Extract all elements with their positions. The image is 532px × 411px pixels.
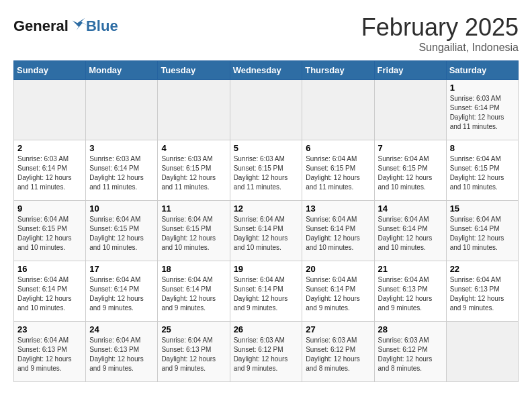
weekday-header-thursday: Thursday	[302, 61, 374, 80]
day-info: Sunrise: 6:04 AM Sunset: 6:13 PM Dayligh…	[89, 336, 154, 373]
calendar-cell: 14Sunrise: 6:04 AM Sunset: 6:14 PM Dayli…	[374, 201, 446, 261]
calendar-cell	[230, 80, 302, 140]
day-number: 8	[450, 143, 515, 153]
day-number: 22	[450, 264, 515, 274]
day-number: 23	[17, 324, 82, 334]
day-number: 2	[17, 143, 82, 153]
day-number: 1	[450, 83, 515, 93]
calendar-cell: 20Sunrise: 6:04 AM Sunset: 6:14 PM Dayli…	[302, 261, 374, 322]
day-number: 12	[234, 203, 299, 214]
day-info: Sunrise: 6:04 AM Sunset: 6:15 PM Dayligh…	[89, 215, 154, 253]
day-number: 13	[306, 203, 370, 214]
day-number: 28	[378, 324, 443, 334]
calendar-cell: 15Sunrise: 6:04 AM Sunset: 6:14 PM Dayli…	[446, 201, 518, 261]
day-info: Sunrise: 6:04 AM Sunset: 6:13 PM Dayligh…	[161, 336, 226, 373]
weekday-header-monday: Monday	[86, 61, 158, 80]
calendar-cell: 17Sunrise: 6:04 AM Sunset: 6:14 PM Dayli…	[86, 261, 158, 322]
day-info: Sunrise: 6:04 AM Sunset: 6:14 PM Dayligh…	[450, 215, 515, 253]
calendar-table: SundayMondayTuesdayWednesdayThursdayFrid…	[13, 60, 519, 382]
day-number: 7	[378, 143, 443, 153]
day-number: 18	[161, 264, 226, 274]
day-number: 21	[378, 264, 443, 274]
day-info: Sunrise: 6:04 AM Sunset: 6:15 PM Dayligh…	[306, 154, 370, 192]
logo-blue: Blue	[86, 17, 118, 35]
day-info: Sunrise: 6:04 AM Sunset: 6:14 PM Dayligh…	[306, 275, 370, 313]
day-number: 3	[89, 143, 154, 153]
calendar-cell: 13Sunrise: 6:04 AM Sunset: 6:14 PM Dayli…	[302, 201, 374, 261]
calendar-cell	[446, 322, 518, 382]
day-info: Sunrise: 6:04 AM Sunset: 6:14 PM Dayligh…	[234, 275, 299, 313]
calendar-cell: 3Sunrise: 6:03 AM Sunset: 6:14 PM Daylig…	[86, 140, 158, 201]
day-number: 14	[378, 203, 443, 214]
calendar-cell: 9Sunrise: 6:04 AM Sunset: 6:15 PM Daylig…	[14, 201, 86, 261]
calendar-cell: 25Sunrise: 6:04 AM Sunset: 6:13 PM Dayli…	[158, 322, 230, 382]
calendar-cell	[374, 80, 446, 140]
calendar-cell: 1Sunrise: 6:03 AM Sunset: 6:14 PM Daylig…	[446, 80, 518, 140]
title-area: February 2025 Sungailiat, Indonesia	[361, 13, 519, 54]
calendar-cell: 10Sunrise: 6:04 AM Sunset: 6:15 PM Dayli…	[86, 201, 158, 261]
logo-general: General	[13, 17, 69, 35]
day-info: Sunrise: 6:03 AM Sunset: 6:12 PM Dayligh…	[306, 336, 370, 373]
calendar-cell: 26Sunrise: 6:03 AM Sunset: 6:12 PM Dayli…	[230, 322, 302, 382]
calendar-cell: 4Sunrise: 6:03 AM Sunset: 6:15 PM Daylig…	[158, 140, 230, 201]
calendar-cell	[158, 80, 230, 140]
day-number: 16	[17, 264, 82, 274]
day-info: Sunrise: 6:04 AM Sunset: 6:13 PM Dayligh…	[378, 275, 443, 313]
calendar-cell: 27Sunrise: 6:03 AM Sunset: 6:12 PM Dayli…	[302, 322, 374, 382]
calendar-cell: 5Sunrise: 6:03 AM Sunset: 6:15 PM Daylig…	[230, 140, 302, 201]
calendar-cell: 7Sunrise: 6:04 AM Sunset: 6:15 PM Daylig…	[374, 140, 446, 201]
day-info: Sunrise: 6:04 AM Sunset: 6:14 PM Dayligh…	[234, 215, 299, 253]
calendar-cell: 23Sunrise: 6:04 AM Sunset: 6:13 PM Dayli…	[14, 322, 86, 382]
day-number: 25	[161, 324, 226, 334]
weekday-header-tuesday: Tuesday	[158, 61, 230, 80]
day-info: Sunrise: 6:03 AM Sunset: 6:14 PM Dayligh…	[450, 94, 515, 132]
calendar-cell: 18Sunrise: 6:04 AM Sunset: 6:14 PM Dayli…	[158, 261, 230, 322]
day-number: 19	[234, 264, 299, 274]
day-number: 5	[234, 143, 299, 153]
day-info: Sunrise: 6:03 AM Sunset: 6:14 PM Dayligh…	[89, 154, 154, 192]
calendar-week-row: 9Sunrise: 6:04 AM Sunset: 6:15 PM Daylig…	[14, 201, 519, 261]
calendar-cell: 12Sunrise: 6:04 AM Sunset: 6:14 PM Dayli…	[230, 201, 302, 261]
day-number: 15	[450, 203, 515, 214]
calendar-cell: 22Sunrise: 6:04 AM Sunset: 6:13 PM Dayli…	[446, 261, 518, 322]
calendar-cell: 8Sunrise: 6:04 AM Sunset: 6:15 PM Daylig…	[446, 140, 518, 201]
weekday-header-friday: Friday	[374, 61, 446, 80]
day-info: Sunrise: 6:04 AM Sunset: 6:14 PM Dayligh…	[161, 275, 226, 313]
day-info: Sunrise: 6:04 AM Sunset: 6:14 PM Dayligh…	[17, 275, 82, 313]
calendar-week-row: 2Sunrise: 6:03 AM Sunset: 6:14 PM Daylig…	[14, 140, 519, 201]
day-number: 4	[161, 143, 226, 153]
day-number: 11	[161, 203, 226, 214]
calendar-week-row: 16Sunrise: 6:04 AM Sunset: 6:14 PM Dayli…	[14, 261, 519, 322]
svg-marker-0	[73, 18, 87, 31]
day-number: 10	[89, 203, 154, 214]
calendar-cell: 28Sunrise: 6:03 AM Sunset: 6:12 PM Dayli…	[374, 322, 446, 382]
weekday-header-sunday: Sunday	[14, 61, 86, 80]
day-number: 26	[234, 324, 299, 334]
day-info: Sunrise: 6:04 AM Sunset: 6:14 PM Dayligh…	[378, 215, 443, 253]
day-number: 27	[306, 324, 370, 334]
weekday-header-wednesday: Wednesday	[230, 61, 302, 80]
day-number: 24	[89, 324, 154, 334]
day-info: Sunrise: 6:04 AM Sunset: 6:14 PM Dayligh…	[306, 215, 370, 253]
calendar-cell: 11Sunrise: 6:04 AM Sunset: 6:15 PM Dayli…	[158, 201, 230, 261]
day-info: Sunrise: 6:04 AM Sunset: 6:15 PM Dayligh…	[378, 154, 443, 192]
day-info: Sunrise: 6:04 AM Sunset: 6:14 PM Dayligh…	[89, 275, 154, 313]
calendar-week-row: 23Sunrise: 6:04 AM Sunset: 6:13 PM Dayli…	[14, 322, 519, 382]
calendar-cell	[86, 80, 158, 140]
calendar-cell: 21Sunrise: 6:04 AM Sunset: 6:13 PM Dayli…	[374, 261, 446, 322]
weekday-header-saturday: Saturday	[446, 61, 518, 80]
calendar-week-row: 1Sunrise: 6:03 AM Sunset: 6:14 PM Daylig…	[14, 80, 519, 140]
calendar-cell	[302, 80, 374, 140]
day-info: Sunrise: 6:04 AM Sunset: 6:15 PM Dayligh…	[450, 154, 515, 192]
day-number: 6	[306, 143, 370, 153]
calendar-cell: 16Sunrise: 6:04 AM Sunset: 6:14 PM Dayli…	[14, 261, 86, 322]
month-title: February 2025	[361, 13, 519, 42]
calendar-cell: 6Sunrise: 6:04 AM Sunset: 6:15 PM Daylig…	[302, 140, 374, 201]
logo: General Blue	[13, 17, 118, 36]
day-info: Sunrise: 6:04 AM Sunset: 6:13 PM Dayligh…	[17, 336, 82, 373]
day-info: Sunrise: 6:03 AM Sunset: 6:15 PM Dayligh…	[161, 154, 226, 192]
day-info: Sunrise: 6:03 AM Sunset: 6:12 PM Dayligh…	[234, 336, 299, 373]
day-info: Sunrise: 6:04 AM Sunset: 6:15 PM Dayligh…	[17, 215, 82, 253]
day-number: 17	[89, 264, 154, 274]
weekday-header-row: SundayMondayTuesdayWednesdayThursdayFrid…	[14, 61, 519, 80]
